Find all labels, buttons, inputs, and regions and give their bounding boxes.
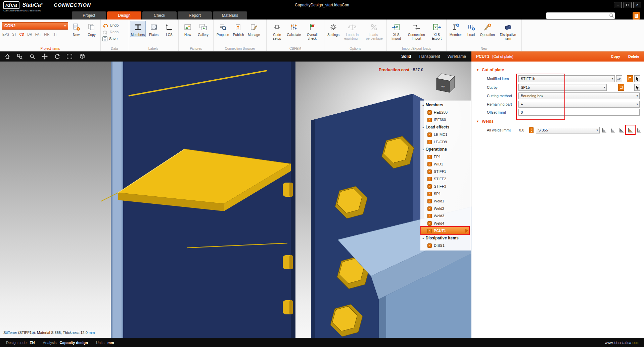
zoom-window-icon[interactable] [17,53,23,60]
remaining-part-select[interactable]: + ▾ [518,101,640,108]
modified-item-select[interactable]: STIFF1b ▾ [518,75,615,82]
code-dr[interactable]: DR [27,33,32,36]
tree-section-members[interactable]: ▴Members [420,101,471,109]
xls-import-button[interactable]: X XLS Import [388,21,404,41]
tree-item-sp1[interactable]: ✓SP1 [420,190,471,197]
undo-button[interactable]: Undo [102,23,119,28]
tab-design[interactable]: Design [107,11,141,20]
new-project-item-button[interactable]: New [69,21,84,37]
picture-new-button[interactable]: New [180,21,195,37]
tree-item-ipe360[interactable]: ✓IPE360 [420,116,471,123]
weld-size-stepper[interactable]: ▴▾ [529,127,534,133]
pan-icon[interactable] [42,53,48,60]
tree-item-pcut1[interactable]: ✓PCUT1 [421,227,469,234]
zoom-fit-icon[interactable] [66,53,73,60]
minimize-button[interactable]: – [614,2,622,8]
home-view-icon[interactable] [4,53,10,60]
collapse-icon[interactable]: ▴ [422,236,424,240]
checkbox-checked-icon[interactable]: ✓ [427,214,432,218]
tree-item-ep1[interactable]: ✓EP1 [420,153,471,160]
tree-item-weld3[interactable]: ✓Weld3 [420,212,471,220]
copy-project-item-button[interactable]: Copy [84,21,99,37]
manage-button[interactable]: Manage [246,21,261,37]
collapse-icon[interactable]: ▴ [422,125,424,129]
section-collapse-icon[interactable]: ▼ [476,120,479,123]
view-cube[interactable]: +Y [431,72,463,99]
tree-item-le-mc1[interactable]: ✓LE-MC1 [420,131,471,138]
redo-button[interactable]: Redo [102,29,119,35]
pick-cut-by-button[interactable] [634,84,640,91]
website-link[interactable]: www.ideastatica.com [605,341,644,345]
delete-operation-button[interactable]: Delete [628,54,639,59]
code-st[interactable]: ST [12,33,16,36]
checkbox-checked-icon[interactable]: ✓ [427,184,432,189]
checkbox-checked-icon[interactable]: ✓ [427,169,432,174]
checkbox-checked-icon[interactable]: ✓ [427,221,432,226]
plate-filter-button[interactable] [616,75,622,82]
code-ht[interactable]: HT [52,33,57,36]
new-operation-button[interactable]: Operation [479,21,496,37]
weld-type-double-fillet-button[interactable] [627,127,633,133]
weld-type-fillet-left-button[interactable] [610,127,616,133]
tree-item-weld4[interactable]: ✓Weld4 [420,220,471,227]
checkbox-checked-icon[interactable]: ✓ [427,155,432,159]
save-button[interactable]: Save [102,36,119,41]
loads-percentage-button[interactable]: Loads - percentage [364,21,385,41]
tree-item-weld1[interactable]: ✓Weld1 [420,197,471,205]
model-3d-view[interactable] [0,51,471,338]
xls-export-button[interactable]: X XLS Export [429,21,445,41]
cut-by-select[interactable]: SP1b ▾ [518,84,607,91]
checkbox-checked-icon[interactable]: ✓ [427,177,432,181]
tree-section-operations[interactable]: ▴Operations [420,146,471,153]
weld-type-butt-button[interactable] [601,127,607,133]
select-cut-by-on-model-button[interactable] [618,84,624,91]
checkbox-checked-icon[interactable]: ✓ [427,140,432,144]
checkbox-checked-icon[interactable]: ✓ [427,206,432,211]
checkbox-checked-icon[interactable]: ✓ [427,132,432,137]
close-button[interactable]: × [633,2,641,8]
picture-gallery-button[interactable]: Gallery [196,21,211,37]
section-cube-icon[interactable] [79,53,86,60]
new-dissipative-item-button[interactable]: Dissipative item [496,21,520,41]
maximize-button[interactable] [624,2,632,8]
mode-wireframe[interactable]: Wireframe [448,54,466,59]
tree-item-stiff1[interactable]: ✓STIFF1 [420,168,471,175]
propose-button[interactable]: Propose [215,21,230,37]
tree-item-diss1[interactable]: ✓DISS1 [420,242,471,249]
tree-item-stiff2[interactable]: ✓STIFF2 [420,175,471,183]
connection-selector[interactable]: CON2▾ [2,22,68,30]
copy-operation-button[interactable]: Copy [611,54,620,59]
zoom-icon[interactable] [29,53,35,60]
labels-lcs-button[interactable]: LCS [162,21,177,37]
calculate-button[interactable]: Calculate [286,21,301,37]
code-cd[interactable]: CD [19,33,24,36]
section-collapse-icon[interactable]: ▼ [476,68,479,72]
code-setup-button[interactable]: Code setup [268,21,286,41]
tree-item-weld2[interactable]: ✓Weld2 [420,205,471,212]
tree-section-load-effects[interactable]: ▴Load effects [420,123,471,131]
offset-input[interactable] [518,109,640,116]
new-member-button[interactable]: Member [448,21,463,37]
quick-help-button[interactable] [633,12,640,20]
tab-report[interactable]: Report [178,11,212,20]
checkbox-checked-icon[interactable]: ✓ [427,229,432,233]
publish-button[interactable]: Publish [231,21,246,37]
code-fir[interactable]: FIR [44,33,49,36]
settings-button[interactable]: Settings [326,21,341,37]
code-eps[interactable]: EPS [2,33,9,36]
weld-material-select[interactable]: S 355 ▾ [536,127,600,133]
checkbox-checked-icon[interactable]: ✓ [427,110,432,115]
tree-item-stiff3[interactable]: ✓STIFF3 [420,183,471,190]
tab-materials[interactable]: Materials [213,11,247,20]
tree-item-heb280[interactable]: ✓HEB280 [420,109,471,116]
section-welds[interactable]: ▼ Welds [476,118,494,124]
cutting-method-select[interactable]: Bounding box ▾ [518,92,640,99]
checkbox-checked-icon[interactable]: ✓ [427,243,432,248]
collapse-icon[interactable]: ▴ [422,148,424,151]
select-modified-item-on-model-button[interactable] [627,75,633,82]
search-icon[interactable] [609,13,614,19]
tab-check[interactable]: Check [142,11,177,20]
checkbox-checked-icon[interactable]: ✓ [427,199,432,203]
tree-item-wid1[interactable]: ✓WID1 [420,160,471,168]
collapse-icon[interactable]: ▴ [422,103,424,107]
